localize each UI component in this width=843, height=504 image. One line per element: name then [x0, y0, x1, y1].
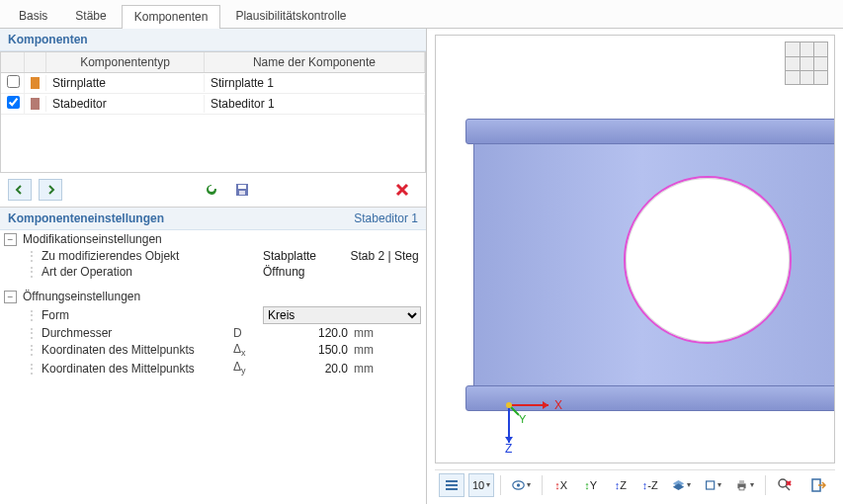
- right-panel: X Z Y 10▾ ▾ ↕X ↕Y ↕Z: [427, 29, 843, 504]
- beam-flange-top: [465, 119, 835, 144]
- setting-row[interactable]: ⋮ Zu modifizierendes Objekt Stabplatte S…: [0, 248, 426, 264]
- row-type-0: Stirnplatte: [46, 74, 205, 92]
- settings-subject: Stabeditor 1: [354, 211, 418, 225]
- svg-point-16: [517, 483, 520, 486]
- tree-branch-icon: ⋮: [24, 308, 40, 322]
- components-toolbar: [0, 173, 426, 207]
- refresh-button[interactable]: [200, 179, 223, 201]
- settings-tree: − Modifikationseinstellungen ⋮ Zu modifi…: [0, 230, 426, 385]
- group-title-open: Öffnungseinstellungen: [23, 290, 140, 303]
- settings-section-title: Komponenteneinstellungen Stabeditor 1: [0, 207, 426, 230]
- tab-staebe[interactable]: Stäbe: [62, 4, 119, 28]
- view-list-button[interactable]: [439, 473, 464, 497]
- exit-button[interactable]: [805, 473, 831, 497]
- setting-row[interactable]: ⋮ Art der Operation Öffnung: [0, 264, 426, 280]
- chevron-down-icon: ▾: [687, 480, 691, 489]
- row-name-0: Stirnplatte 1: [205, 74, 425, 92]
- tree-branch-icon: ⋮: [24, 249, 40, 263]
- setting-value[interactable]: 150.0: [263, 343, 354, 357]
- setting-row[interactable]: ⋮ Koordinaten des Mittelpunkts Δy 20.0 m…: [0, 359, 426, 377]
- zoom-scale-button[interactable]: 10▾: [468, 473, 494, 497]
- setting-value: Stabplatte: [263, 249, 339, 263]
- row-checkbox-1[interactable]: [7, 96, 20, 109]
- svg-point-23: [779, 479, 787, 487]
- view-y-button[interactable]: ↕Y: [578, 473, 604, 497]
- svg-rect-13: [446, 484, 458, 486]
- setting-row[interactable]: ⋮ Durchmesser D 120.0 mm: [0, 325, 426, 341]
- setting-label: Koordinaten des Mittelpunkts: [40, 362, 233, 376]
- zoom-scale-label: 10: [472, 479, 484, 491]
- clear-button[interactable]: [772, 473, 798, 497]
- setting-label: Durchmesser: [40, 326, 233, 340]
- svg-rect-12: [446, 480, 458, 482]
- setting-value: Öffnung: [263, 265, 426, 279]
- move-right-button[interactable]: [39, 179, 62, 201]
- tree-branch-icon: ⋮: [24, 343, 40, 357]
- chevron-down-icon: ▾: [717, 480, 721, 489]
- beam-model: [436, 119, 835, 411]
- svg-rect-19: [706, 480, 714, 488]
- svg-line-24: [786, 486, 790, 490]
- setting-extra: Stab 2 | Steg: [339, 249, 427, 263]
- setting-unit: mm: [354, 326, 391, 340]
- expander-mod[interactable]: −: [4, 233, 17, 246]
- delete-icon: [394, 182, 410, 198]
- model-viewport[interactable]: X Z Y: [435, 35, 835, 463]
- setting-symbol: Δy: [233, 360, 263, 376]
- exit-icon: [810, 477, 826, 493]
- layers-icon: [672, 478, 685, 492]
- components-table: Komponententyp Name der Komponente Stirn…: [0, 51, 426, 173]
- setting-row[interactable]: ⋮ Koordinaten des Mittelpunkts Δx 150.0 …: [0, 341, 426, 359]
- nav-cube[interactable]: [785, 42, 828, 85]
- layers-button[interactable]: ▾: [667, 473, 696, 497]
- row-type-1: Stabeditor: [46, 95, 205, 113]
- components-section-title: Komponenten: [0, 29, 426, 51]
- setting-value[interactable]: 20.0: [263, 362, 354, 376]
- move-left-button[interactable]: [8, 179, 32, 201]
- save-button[interactable]: [230, 179, 254, 201]
- row-swatch-1: [31, 98, 40, 110]
- setting-value[interactable]: 120.0: [263, 326, 354, 340]
- print-icon: [735, 478, 748, 492]
- beam-flange-bottom: [465, 385, 835, 411]
- table-row[interactable]: Stabeditor Stabeditor 1: [1, 94, 425, 115]
- tab-komponenten[interactable]: Komponenten: [122, 5, 221, 29]
- svg-rect-22: [739, 486, 744, 489]
- row-checkbox-0[interactable]: [7, 75, 20, 88]
- print-button[interactable]: ▾: [730, 473, 759, 497]
- setting-unit: mm: [354, 362, 391, 376]
- tree-branch-icon: ⋮: [24, 265, 40, 279]
- col-check: [1, 52, 25, 72]
- setting-label: Form: [40, 308, 233, 322]
- svg-text:Z: Z: [505, 442, 512, 455]
- view-neg-z-button[interactable]: ↕-Z: [637, 473, 663, 497]
- view-z-button[interactable]: ↕Z: [608, 473, 633, 497]
- delete-button[interactable]: [390, 179, 414, 201]
- expander-open[interactable]: −: [4, 291, 17, 303]
- tree-branch-icon: ⋮: [24, 326, 40, 340]
- shape-select[interactable]: Kreis: [263, 306, 421, 324]
- cube-icon: [705, 478, 716, 492]
- search-x-icon: [777, 477, 793, 493]
- visibility-button[interactable]: ▾: [507, 473, 536, 497]
- arrow-right-icon: [44, 184, 56, 196]
- setting-row[interactable]: ⋮ Form Kreis: [0, 305, 426, 325]
- view-x-button[interactable]: ↕X: [548, 473, 574, 497]
- refresh-icon: [204, 182, 219, 198]
- svg-marker-7: [505, 437, 513, 443]
- row-swatch-0: [31, 77, 40, 89]
- svg-rect-21: [739, 480, 744, 483]
- chevron-down-icon: ▾: [527, 480, 531, 489]
- tab-basis[interactable]: Basis: [6, 4, 60, 28]
- tab-plausibilitaet[interactable]: Plausibilitätskontrolle: [222, 4, 359, 28]
- svg-text:Y: Y: [519, 413, 527, 425]
- settings-label: Komponenteneinstellungen: [8, 211, 164, 225]
- setting-label: Koordinaten des Mittelpunkts: [40, 343, 233, 357]
- svg-rect-14: [446, 488, 458, 490]
- col-type: Komponententyp: [46, 52, 205, 72]
- list-icon: [445, 478, 459, 492]
- table-row[interactable]: Stirnplatte Stirnplatte 1: [1, 73, 425, 94]
- box-button[interactable]: ▾: [700, 473, 726, 497]
- setting-label: Art der Operation: [40, 265, 233, 279]
- setting-label: Zu modifizierendes Objekt: [40, 249, 233, 263]
